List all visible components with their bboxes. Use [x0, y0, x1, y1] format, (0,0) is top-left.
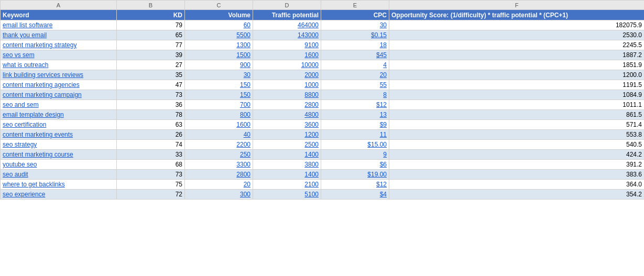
header-traffic: Traffic potential	[253, 10, 321, 20]
cell-score: 1084.9	[389, 90, 645, 100]
cell-kd: 26	[117, 130, 185, 140]
cell-cpc: 9	[321, 150, 389, 160]
cell-keyword: seo certification	[1, 120, 117, 130]
cell-traffic: 2000	[253, 70, 321, 80]
cell-keyword: thank you email	[1, 30, 117, 40]
cell-score: 553.8	[389, 130, 645, 140]
table-row: seo vs sem3915001600$451887.2	[1, 50, 645, 60]
cell-kd: 77	[117, 40, 185, 50]
col-header-e: E	[321, 1, 389, 10]
cell-kd: 75	[117, 180, 185, 190]
cell-keyword: where to get backlinks	[1, 180, 117, 190]
header-score: Opportunity Score: (1/difficulty) * traf…	[389, 10, 645, 20]
table-row: link building services reviews3530200020…	[1, 70, 645, 80]
cell-kd: 65	[117, 30, 185, 40]
cell-volume: 150	[185, 90, 253, 100]
cell-kd: 39	[117, 50, 185, 60]
table-row: what is outreach279001000041851.9	[1, 60, 645, 70]
col-header-c: C	[185, 1, 253, 10]
table-row: content marketing strategy77130091001822…	[1, 40, 645, 50]
cell-score: 383.6	[389, 170, 645, 180]
cell-score: 354.2	[389, 190, 645, 200]
cell-kd: 68	[117, 160, 185, 170]
cell-cpc: 20	[321, 70, 389, 80]
cell-traffic: 1000	[253, 80, 321, 90]
table-row: seo strategy7422002500$15.00540.5	[1, 140, 645, 150]
header-kd: KD	[117, 10, 185, 20]
cell-cpc: 11	[321, 130, 389, 140]
cell-keyword: youtube seo	[1, 160, 117, 170]
header-cpc: CPC	[321, 10, 389, 20]
cell-keyword: email list software	[1, 20, 117, 30]
cell-traffic: 2800	[253, 100, 321, 110]
cell-kd: 74	[117, 140, 185, 150]
cell-cpc: 13	[321, 110, 389, 120]
cell-keyword: seo and sem	[1, 100, 117, 110]
cell-volume: 2800	[185, 170, 253, 180]
cell-kd: 73	[117, 90, 185, 100]
cell-kd: 47	[117, 80, 185, 90]
cell-volume: 250	[185, 150, 253, 160]
table-row: email list software796046400030182075.9	[1, 20, 645, 30]
table-row: seo experience723005100$4354.2	[1, 190, 645, 200]
cell-cpc: $4	[321, 190, 389, 200]
cell-volume: 40	[185, 130, 253, 140]
cell-traffic: 3600	[253, 120, 321, 130]
table-row: thank you email655500143000$0.152530.0	[1, 30, 645, 40]
cell-volume: 300	[185, 190, 253, 200]
cell-score: 540.5	[389, 140, 645, 150]
data-header-row: Keyword KD Volume Traffic potential CPC …	[1, 10, 645, 20]
table-row: seo audit7328001400$19.00383.6	[1, 170, 645, 180]
cell-keyword: link building services reviews	[1, 70, 117, 80]
cell-traffic: 10000	[253, 60, 321, 70]
cell-score: 391.2	[389, 160, 645, 170]
cell-volume: 1500	[185, 50, 253, 60]
cell-keyword: seo strategy	[1, 140, 117, 150]
cell-keyword: content marketing course	[1, 150, 117, 160]
cell-volume: 3300	[185, 160, 253, 170]
cell-volume: 900	[185, 60, 253, 70]
cell-traffic: 1400	[253, 170, 321, 180]
cell-cpc: 30	[321, 20, 389, 30]
cell-traffic: 1200	[253, 130, 321, 140]
cell-traffic: 1600	[253, 50, 321, 60]
cell-kd: 73	[117, 170, 185, 180]
cell-traffic: 8800	[253, 90, 321, 100]
cell-traffic: 464000	[253, 20, 321, 30]
cell-volume: 60	[185, 20, 253, 30]
cell-volume: 1600	[185, 120, 253, 130]
cell-keyword: content marketing agencies	[1, 80, 117, 90]
cell-cpc: 4	[321, 60, 389, 70]
table-row: where to get backlinks75202100$12364.0	[1, 180, 645, 190]
table-row: youtube seo6833003800$6391.2	[1, 160, 645, 170]
cell-cpc: $9	[321, 120, 389, 130]
cell-traffic: 2100	[253, 180, 321, 190]
column-letter-row: A B C D E F	[1, 1, 645, 10]
cell-score: 1887.2	[389, 50, 645, 60]
cell-volume: 2200	[185, 140, 253, 150]
col-header-a: A	[1, 1, 117, 10]
cell-volume: 20	[185, 180, 253, 190]
cell-cpc: 8	[321, 90, 389, 100]
cell-traffic: 2500	[253, 140, 321, 150]
col-header-b: B	[117, 1, 185, 10]
table-row: email template design78800480013861.5	[1, 110, 645, 120]
cell-volume: 5500	[185, 30, 253, 40]
cell-volume: 1300	[185, 40, 253, 50]
cell-keyword: seo audit	[1, 170, 117, 180]
cell-score: 861.5	[389, 110, 645, 120]
cell-score: 571.4	[389, 120, 645, 130]
table-row: seo certification6316003600$9571.4	[1, 120, 645, 130]
cell-traffic: 9100	[253, 40, 321, 50]
cell-traffic: 143000	[253, 30, 321, 40]
cell-kd: 63	[117, 120, 185, 130]
cell-kd: 35	[117, 70, 185, 80]
cell-cpc: $6	[321, 160, 389, 170]
cell-cpc: $15.00	[321, 140, 389, 150]
table-row: seo and sem367002800$121011.1	[1, 100, 645, 110]
cell-cpc: 55	[321, 80, 389, 90]
cell-cpc: $12	[321, 180, 389, 190]
cell-kd: 33	[117, 150, 185, 160]
cell-traffic: 3800	[253, 160, 321, 170]
cell-cpc: $19.00	[321, 170, 389, 180]
